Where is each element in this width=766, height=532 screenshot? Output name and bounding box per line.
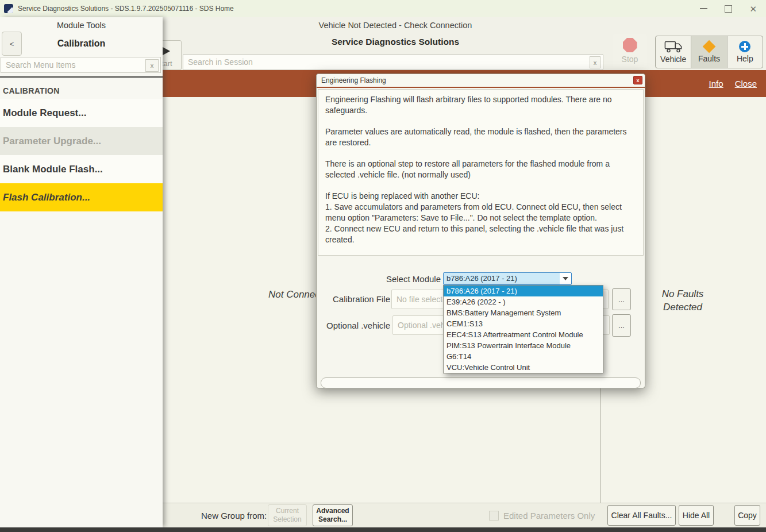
faults-button-label: Faults [698,54,720,63]
menu-search-clear-icon[interactable]: x [145,59,159,72]
optional-vehicle-browse-button[interactable]: ... [612,314,631,337]
edited-params-checkbox[interactable] [489,511,499,521]
module-option[interactable]: VCU:Vehicle Control Unit [444,362,603,373]
copy-button[interactable]: Copy [734,505,760,526]
faults-button[interactable]: Faults [691,36,726,68]
hide-all-button[interactable]: Hide All [679,505,714,526]
menu-search: x [1,57,161,73]
close-session-link[interactable]: Close [735,79,757,88]
select-module-dropdown[interactable]: b786:A26 (2017 - 21) [443,272,572,285]
window-title: Service Diagnostics Solutions - SDS.1.9.… [18,5,234,13]
menu-search-input[interactable] [1,57,160,72]
module-options-list: b786:A26 (2017 - 21) E39:A26 (2022 - ) B… [443,285,603,373]
sidebar-separator [0,76,163,78]
module-option[interactable]: CEM1:S13 [444,318,603,329]
sidebar-item-module-request[interactable]: Module Request... [0,99,163,127]
sidebar-menu: Module Request... Parameter Upgrade... B… [0,99,163,211]
module-option[interactable]: G6:T14 [444,351,603,362]
module-option[interactable]: E39:A26 (2022 - ) [444,296,603,307]
chevron-down-icon [560,273,571,284]
sidebar-item-flash-calibration[interactable]: Flash Calibration... [0,183,163,211]
sidebar-group-header: CALIBRATION [3,86,60,95]
new-group-label: New Group from: [201,511,267,521]
sidebar-panel: Module Tools < Calibration x CALIBRATION… [0,17,163,527]
header-nav-group: Vehicle Faults Help [655,36,763,68]
select-module-label: Select Module [351,274,441,284]
sidebar-section-title: Calibration [0,38,163,49]
help-button[interactable]: Help [727,36,763,68]
truck-icon [664,41,683,53]
sidebar-item-parameter-upgrade[interactable]: Parameter Upgrade... [0,127,163,155]
module-option[interactable]: BMS:Battery Management System [444,307,603,318]
fault-diamond-icon [703,40,716,53]
session-search: x [183,54,603,70]
sidebar-item-blank-module-flash[interactable]: Blank Module Flash... [0,155,163,183]
application-window: Service Diagnostics Solutions - SDS.1.9.… [0,0,766,532]
footer-bar: New Group from: Current Selection Advanc… [163,503,766,527]
app-title: Service Diagnostics Solutions [163,37,628,47]
vehicle-button-label: Vehicle [660,55,686,64]
advanced-search-button[interactable]: Advanced Search... [313,504,353,526]
stop-button-label: Stop [622,55,638,64]
instruction-paragraph: If ECU is being replaced with another EC… [325,191,636,245]
calibration-file-browse-button[interactable]: ... [612,288,631,310]
clear-all-faults-button[interactable]: Clear All Faults... [607,505,676,526]
help-plus-icon [739,41,750,52]
optional-vehicle-label: Optional .vehicle [325,321,390,330]
dialog-close-button[interactable]: x [633,76,642,84]
stop-button[interactable]: Stop [613,34,647,67]
instruction-paragraph: Engineering Flashing will flash arbitrar… [325,94,636,116]
bottom-border-strip [0,527,766,532]
instruction-paragraph: There is an optional step to restore all… [325,159,636,180]
module-option[interactable]: EEC4:S13 Aftertreatment Control Module [444,329,603,340]
flash-progress-bar [321,377,641,388]
window-titlebar: Service Diagnostics Solutions - SDS.1.9.… [0,0,766,17]
stop-octagon-icon [623,38,637,52]
session-search-clear-icon[interactable]: x [590,56,601,68]
select-module-value: b786:A26 (2017 - 21) [444,273,560,284]
window-controls: ✕ [700,0,766,17]
dialog-title: Engineering Flashing [317,74,645,87]
module-option[interactable]: PIM:S13 Powertrain Interface Module [444,340,603,351]
session-search-input[interactable] [183,55,603,70]
sidebar-panel-title: Module Tools [0,21,163,30]
minimize-button[interactable] [700,8,707,9]
maximize-button[interactable] [725,5,732,13]
vehicle-button[interactable]: Vehicle [656,36,691,68]
info-link[interactable]: Info [709,79,723,88]
current-selection-button[interactable]: Current Selection [268,504,307,526]
edited-params-label: Edited Parameters Only [503,511,595,521]
calibration-file-label: Calibration File [328,294,390,304]
help-button-label: Help [737,54,753,63]
dialog-instructions: Engineering Flashing will flash arbitrar… [318,89,644,256]
module-option[interactable]: b786:A26 (2017 - 21) [444,286,603,296]
engineering-flashing-dialog: Engineering Flashing x Engineering Flash… [316,74,645,388]
vehicle-status-message: Vehicle Not Detected - Check Connection [163,21,628,30]
app-logo-icon [4,4,13,13]
dialog-accent-line [317,87,645,88]
instruction-paragraph: Parameter values are automatically read,… [325,126,636,148]
close-window-button[interactable]: ✕ [749,5,757,13]
